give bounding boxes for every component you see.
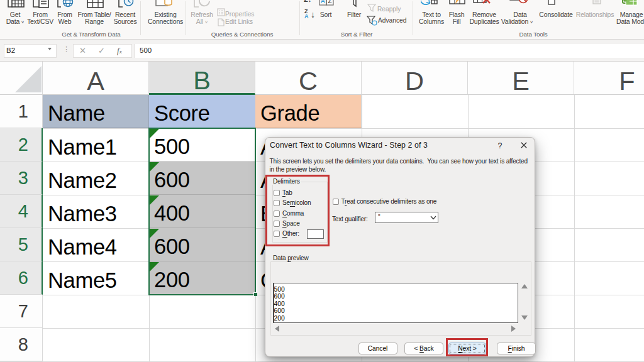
svg-text:A: A xyxy=(321,0,325,4)
svg-text:Z: Z xyxy=(328,0,332,4)
